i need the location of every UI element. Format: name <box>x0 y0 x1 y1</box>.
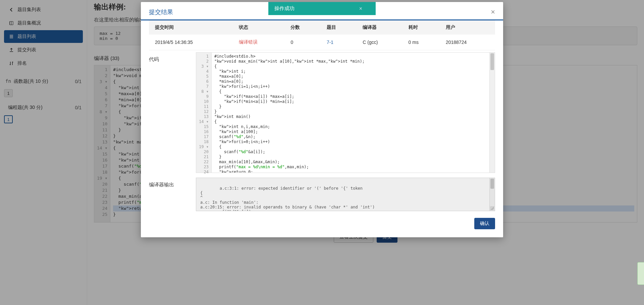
compiler-output-label: 编译器输出 <box>149 178 189 188</box>
cell-score: 0 <box>284 35 320 50</box>
result-table: 提交时间状态分数题目编译器耗时用户 2019/4/5 14:36:35 编译错误… <box>149 20 495 50</box>
scrollbar-thumb[interactable] <box>490 53 494 70</box>
cell-elapsed: 0 ms <box>402 35 440 50</box>
side-helper-tab[interactable] <box>637 262 644 285</box>
cell-user: 20188724 <box>440 35 495 50</box>
code-gutter: 123 ▾45678 ▾91011121314 ▾1516171819 ▾202… <box>196 53 212 173</box>
modal-title: 提交结果 <box>149 8 173 16</box>
output-scrollbar-thumb[interactable] <box>490 179 494 189</box>
toast-text: 操作成功 <box>274 5 294 12</box>
code-label: 代码 <box>149 52 189 63</box>
table-header: 耗时 <box>402 20 440 35</box>
cell-status[interactable]: 编译错误 <box>233 35 284 50</box>
submitted-code-box[interactable]: 123 ▾45678 ▾91011121314 ▾1516171819 ▾202… <box>196 52 495 173</box>
result-modal: 提交结果 × 提交时间状态分数题目编译器耗时用户 2019/4/5 14:36:… <box>141 2 503 237</box>
cell-compiler: C (gcc) <box>357 35 402 50</box>
table-header: 分数 <box>284 20 320 35</box>
toast-close-icon[interactable]: × <box>359 6 362 12</box>
compiler-output-text: a.c:3:1: error: expected identifier or '… <box>200 186 375 211</box>
cell-time: 2019/4/5 14:36:35 <box>149 35 233 50</box>
modal-close-button[interactable]: × <box>491 8 495 16</box>
table-header: 状态 <box>233 20 284 35</box>
table-header: 题目 <box>321 20 357 35</box>
resize-handle-icon[interactable] <box>490 206 494 210</box>
table-header: 提交时间 <box>149 20 233 35</box>
table-header: 编译器 <box>357 20 402 35</box>
success-toast: 操作成功 × <box>268 2 376 15</box>
confirm-button[interactable]: 确认 <box>474 218 495 229</box>
code-area[interactable]: #include<stdio.h>"kw">void max_min("kw">… <box>212 53 489 173</box>
table-header: 用户 <box>440 20 495 35</box>
code-scrollbar[interactable] <box>489 53 495 173</box>
cell-problem[interactable]: 7-1 <box>321 35 357 50</box>
compiler-output-box[interactable]: a.c:3:1: error: expected identifier or '… <box>196 178 495 211</box>
